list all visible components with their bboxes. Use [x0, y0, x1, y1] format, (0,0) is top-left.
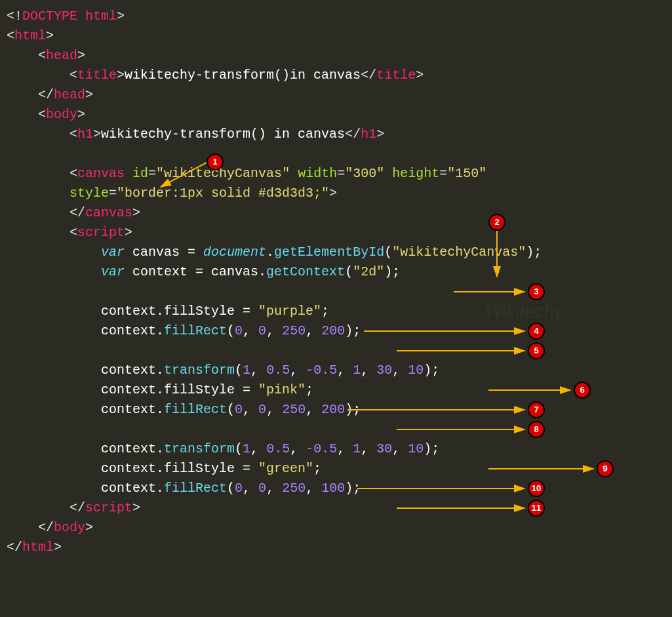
line10-f: ); — [345, 481, 361, 496]
marker-9: 9 — [597, 460, 614, 477]
line5-n3: -0.5 — [306, 363, 337, 378]
line1-doc: document — [203, 245, 266, 260]
attr-width-val: "300" — [345, 166, 384, 181]
line8-n6: 10 — [408, 441, 424, 456]
marker-7: 7 — [528, 401, 545, 418]
marker-1: 1 — [207, 153, 224, 170]
line4-c: , — [243, 323, 258, 338]
line5-n5: 30 — [376, 363, 392, 378]
line4-n4: 200 — [321, 323, 345, 338]
marker-3: 3 — [528, 283, 545, 300]
doctype-open: <! — [7, 9, 22, 24]
h1-open-tag: h1 — [77, 127, 93, 142]
line8-c: , — [250, 441, 266, 456]
line7-b: ( — [227, 402, 235, 417]
line5-f: , — [361, 363, 376, 378]
line7-e: , — [306, 402, 321, 417]
attr-style-val: "border:1px solid #d3d3d3;" — [117, 186, 329, 201]
line5-c: , — [250, 363, 266, 378]
line5-fn: transform — [164, 363, 235, 378]
line8-e: , — [337, 441, 353, 456]
line10-fn: fillRect — [164, 481, 227, 496]
line8-d: , — [290, 441, 306, 456]
h1-text: wikitechy-transform() in canvas — [101, 127, 345, 142]
canvas-close-tag: canvas — [85, 205, 132, 220]
line10-n2: 0 — [258, 481, 266, 496]
line4-b: ( — [227, 323, 235, 338]
line4-n2: 0 — [258, 323, 266, 338]
script-close-tag: script — [85, 500, 132, 515]
line4-f: ); — [345, 323, 361, 338]
kw-var-2: var — [101, 264, 125, 279]
line10-n1: 0 — [235, 481, 243, 496]
line9-end: ; — [313, 461, 321, 476]
line2-a: context = canvas. — [125, 264, 266, 279]
line8-g: , — [392, 441, 408, 456]
marker-2: 2 — [488, 214, 505, 231]
line5-n2: 0.5 — [266, 363, 290, 378]
head-close-tag: head — [54, 87, 85, 102]
attr-style: style — [69, 186, 109, 201]
line5-n4: 1 — [353, 363, 361, 378]
script-open-tag: script — [77, 225, 125, 240]
line10-e: , — [306, 481, 321, 496]
body-close-tag: body — [54, 520, 85, 535]
line3-str: "purple" — [258, 304, 321, 319]
watermark: Wikitechy — [485, 302, 564, 321]
title-text: wikitechy-transform()in canvas — [125, 68, 361, 83]
attr-height: height — [392, 166, 439, 181]
line5-e: , — [337, 363, 353, 378]
line6: context.fillStyle = — [101, 382, 258, 397]
line8-b: ( — [235, 441, 243, 456]
line4-a: context. — [101, 323, 164, 338]
line1-str: "wikitechyCanvas" — [392, 245, 526, 260]
marker-6: 6 — [574, 382, 591, 399]
line7-fn: fillRect — [164, 402, 227, 417]
html-open-tag: html — [14, 28, 46, 43]
line7-n1: 0 — [235, 402, 243, 417]
line8-f: , — [361, 441, 376, 456]
head-open-tag: head — [46, 48, 77, 63]
code-pre: <!DOCTYPE html> <html> <head> <title>wik… — [7, 7, 665, 557]
html-close-tag: html — [22, 540, 54, 555]
line8-h: ); — [424, 441, 439, 456]
doctype-close: > — [117, 9, 125, 24]
line8-fn: transform — [164, 441, 235, 456]
line1-d: ); — [526, 245, 542, 260]
body-open-tag: body — [46, 107, 77, 122]
line4-n3: 250 — [282, 323, 306, 338]
line7-d: , — [266, 402, 282, 417]
line7-n2: 0 — [258, 402, 266, 417]
attr-id-val: "wikitechyCanvas" — [156, 166, 290, 181]
line5-n1: 1 — [243, 363, 250, 378]
line1-a: canvas = — [125, 245, 203, 260]
kw-var-1: var — [101, 245, 125, 260]
line5-n6: 10 — [408, 363, 424, 378]
attr-width: width — [298, 166, 337, 181]
line1-b: . — [266, 245, 274, 260]
line6-end: ; — [306, 382, 313, 397]
line2-c: ( — [345, 264, 353, 279]
line1-fn: getElementById — [274, 245, 384, 260]
line7-f: ); — [345, 402, 361, 417]
line8-n3: -0.5 — [306, 441, 337, 456]
marker-10: 10 — [528, 480, 545, 497]
line10-c: , — [243, 481, 258, 496]
line5-b: ( — [235, 363, 243, 378]
marker-5: 5 — [528, 342, 545, 359]
line2-d: ); — [384, 264, 400, 279]
line8-n5: 30 — [376, 441, 392, 456]
line8-n4: 1 — [353, 441, 361, 456]
marker-4: 4 — [528, 323, 545, 340]
line8-n2: 0.5 — [266, 441, 290, 456]
line5-a: context. — [101, 363, 164, 378]
marker-8: 8 — [528, 421, 545, 438]
line6-str: "pink" — [258, 382, 306, 397]
title-open-tag: title — [77, 68, 117, 83]
line4-e: , — [306, 323, 321, 338]
attr-height-val: "150" — [447, 166, 486, 181]
line10-b: ( — [227, 481, 235, 496]
marker-11: 11 — [528, 500, 545, 517]
line10-a: context. — [101, 481, 164, 496]
line5-d: , — [290, 363, 306, 378]
